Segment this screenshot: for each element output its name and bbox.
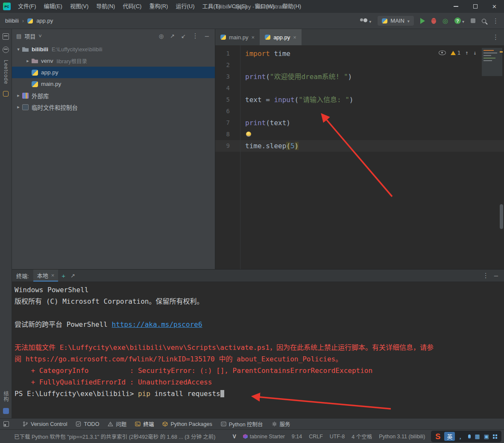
ime-microphone-icon[interactable]	[468, 434, 471, 439]
ime-punctuation-icon[interactable]	[459, 432, 464, 440]
status-widget-9:14[interactable]: 9:14	[292, 434, 302, 440]
code-editor[interactable]: 1import time23print("欢迎使用dream系统! ")45te…	[215, 45, 504, 269]
menu-item-4[interactable]: 代码(C)	[119, 0, 145, 13]
tool-window-button-Python Packages[interactable]: Python Packages	[159, 420, 215, 428]
code-line-3[interactable]: 3print("欢迎使用dream系统! ")	[215, 71, 504, 82]
expand-all-icon[interactable]	[168, 33, 176, 39]
close-button[interactable]	[485, 0, 504, 13]
maximize-button[interactable]	[466, 0, 485, 13]
gutter-line-number[interactable]: 9	[215, 140, 240, 152]
editor-scrollbar[interactable]	[500, 204, 503, 229]
tool-window-button-TODO[interactable]: TODO	[72, 420, 103, 428]
menu-item-8[interactable]: VCS(S)	[224, 0, 251, 13]
tab-options-icon[interactable]	[487, 33, 504, 41]
menu-item-10[interactable]: 帮助(H)	[278, 0, 305, 13]
terminal-tab-local[interactable]: 本地 ×	[33, 270, 59, 282]
bottom-tool-window-icon[interactable]	[3, 408, 9, 414]
editor-tab-app.py[interactable]: app.py×	[260, 29, 302, 45]
code-line-2[interactable]: 2	[215, 59, 504, 71]
intention-bulb-icon[interactable]	[246, 132, 251, 137]
code-line-8[interactable]: 8	[215, 129, 504, 140]
tool-window-button-Python 控制台[interactable]: PYPython 控制台	[217, 419, 267, 429]
close-tab-icon[interactable]: ×	[252, 34, 255, 41]
code-line-7[interactable]: 7print(text)	[215, 117, 504, 129]
gutter-line-number[interactable]: 6	[215, 106, 240, 117]
panel-options-icon[interactable]	[190, 32, 200, 40]
code-line-9[interactable]: 9time.sleep(5)	[215, 140, 504, 152]
highlighting-level-icon[interactable]	[439, 50, 446, 55]
minimize-button[interactable]	[446, 0, 466, 13]
code-line-6[interactable]: 6	[215, 106, 504, 117]
gutter-line-number[interactable]: 7	[215, 117, 240, 129]
code-line-5[interactable]: 5text = input("请输入信息: ")	[215, 94, 504, 106]
structure-tool-window-button[interactable]: 结构	[2, 391, 9, 402]
menu-item-2[interactable]: 视图(V)	[66, 0, 92, 13]
previous-problem-icon[interactable]	[465, 50, 469, 56]
gutter-line-number[interactable]: 3	[215, 71, 240, 82]
breadcrumb-project[interactable]: bilibili	[5, 18, 19, 24]
tree-item-临时文件和控制台[interactable]: ▸临时文件和控制台	[12, 101, 215, 113]
status-message[interactable]: 已下载 Python 软件包 "pip==21.3.1" 的共享索引 (2秒49…	[14, 432, 216, 440]
gutter-line-number[interactable]: 4	[215, 82, 240, 94]
menu-item-7[interactable]: 工具(T)	[198, 0, 224, 13]
commit-tool-window-icon[interactable]	[3, 47, 9, 53]
tool-window-button-终端[interactable]: 终端	[132, 419, 157, 429]
gutter-line-number[interactable]: 2	[215, 59, 240, 71]
hide-terminal-icon[interactable]	[492, 273, 500, 279]
status-widget-UTF-8[interactable]: UTF-8	[330, 434, 345, 440]
menu-item-0[interactable]: 文件(F)	[14, 0, 40, 13]
terminal-link[interactable]: https://aka.ms/pscore6	[112, 320, 202, 329]
locate-file-icon[interactable]	[157, 33, 165, 39]
status-widget-4 个空格[interactable]: 4 个空格	[352, 432, 372, 440]
tool-window-button-服务[interactable]: 服务	[268, 419, 294, 429]
tool-window-button-Version Control[interactable]: Version Control	[19, 420, 70, 428]
ime-language-toggle[interactable]: 英	[444, 432, 455, 441]
tree-item-bilibili[interactable]: ▾bilibiliE:\Luffycity\exe\bilibili	[12, 44, 215, 55]
chevron-right-icon[interactable]: ▸	[15, 93, 22, 98]
terminal-output[interactable]: Windows PowerShell版权所有 (C) Microsoft Cor…	[12, 282, 504, 418]
project-panel-title[interactable]: 项目	[24, 32, 35, 40]
gutter-line-number[interactable]: 1	[215, 48, 240, 59]
debug-button[interactable]	[431, 18, 436, 24]
ime-keyboard-icon[interactable]	[475, 433, 480, 440]
tool-window-button-问题[interactable]: 问题	[104, 419, 130, 429]
more-actions-button[interactable]	[492, 17, 499, 25]
status-widget-tabnine Starter[interactable]: tabnine Starter	[243, 434, 285, 440]
collapse-all-icon[interactable]	[179, 33, 188, 39]
tree-item-main.py[interactable]: main.py	[12, 78, 215, 90]
close-tab-icon[interactable]: ×	[293, 34, 296, 41]
gutter-line-number[interactable]: 8	[215, 129, 240, 140]
menu-item-1[interactable]: 编辑(E)	[40, 0, 66, 13]
run-options-button[interactable]	[454, 17, 464, 25]
close-terminal-tab-icon[interactable]: ×	[51, 272, 55, 279]
menu-item-3[interactable]: 导航(N)	[92, 0, 119, 13]
search-everywhere-button[interactable]	[482, 19, 486, 23]
chevron-down-icon[interactable]: ▾	[15, 47, 22, 52]
ime-grid-icon[interactable]	[493, 434, 495, 436]
tool-window-switcher-icon[interactable]	[3, 421, 9, 427]
chevron-down-icon[interactable]	[38, 33, 42, 39]
leetcode-tool-window-button[interactable]: Leetcode	[3, 60, 9, 84]
next-problem-icon[interactable]	[473, 50, 477, 56]
warnings-counter[interactable]: 1	[451, 50, 461, 56]
code-with-me-button[interactable]	[360, 17, 371, 25]
stop-button[interactable]	[471, 18, 475, 23]
new-terminal-session-icon[interactable]	[60, 272, 67, 279]
leetcode-icon[interactable]	[3, 91, 9, 97]
breadcrumb-file[interactable]: app.py	[36, 18, 53, 24]
maximize-terminal-icon[interactable]	[69, 273, 77, 279]
hide-panel-icon[interactable]	[203, 33, 211, 39]
editor-tab-main.py[interactable]: main.py×	[215, 29, 260, 45]
status-widget-Python 3.11 (bilibili)[interactable]: Python 3.11 (bilibili)	[379, 434, 425, 440]
status-widget-CRLF[interactable]: CRLF	[309, 434, 323, 440]
terminal-options-icon[interactable]	[481, 272, 491, 279]
run-configuration-select[interactable]: MAIN	[378, 16, 414, 26]
sogou-logo-icon[interactable]: S	[435, 433, 440, 440]
coverage-button[interactable]	[442, 17, 448, 25]
menu-item-6[interactable]: 运行(U)	[172, 0, 198, 13]
project-tool-window-icon[interactable]	[3, 33, 9, 40]
code-line-4[interactable]: 4	[215, 82, 504, 94]
chevron-right-icon[interactable]: ▸	[24, 58, 32, 64]
run-button[interactable]	[420, 18, 425, 24]
tree-item-app.py[interactable]: app.py	[12, 67, 215, 78]
